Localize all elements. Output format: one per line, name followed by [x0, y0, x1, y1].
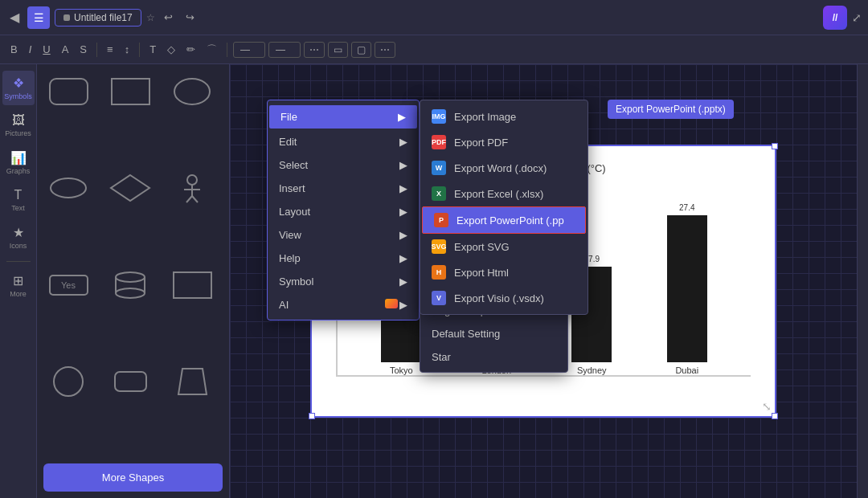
export-svg[interactable]: SVG Export SVG [420, 234, 588, 259]
export-svg-label: Export SVG [454, 241, 510, 253]
shape-rounded-rect[interactable] [43, 71, 93, 112]
back-button[interactable]: ◀ [6, 6, 23, 28]
sidebar-item-graphs[interactable]: 📊 Graphs [2, 145, 35, 180]
graphs-label: Graphs [6, 167, 31, 175]
export-pdf-label: Export PDF [454, 137, 508, 149]
shape-yes-box[interactable]: Yes [43, 264, 93, 306]
submenu-default-label: Default Setting [432, 328, 500, 340]
undo-button[interactable]: ↩ [160, 9, 177, 26]
menu-symbol[interactable]: Symbol ▶ [268, 270, 419, 293]
symbols-icon: ❖ [13, 76, 24, 91]
svg-rect-16 [174, 272, 211, 298]
shape-circle[interactable] [167, 71, 217, 112]
export-image[interactable]: IMG Export Image [420, 104, 588, 129]
shape-person[interactable] [167, 167, 217, 209]
star-button[interactable]: ☆ [146, 12, 155, 23]
export-image-label: Export Image [454, 111, 516, 123]
font-button[interactable]: A [58, 42, 73, 57]
menu-ai-badge: ▶ [385, 299, 407, 311]
redo-button[interactable]: ↪ [182, 9, 199, 26]
text-icon: T [14, 188, 23, 202]
export-html-label: Export Html [454, 267, 509, 279]
rect-style[interactable]: ▭ [328, 42, 348, 58]
export-ppt-label: Export PowerPoint (.pp [457, 214, 564, 227]
menu-insert[interactable]: Insert ▶ [268, 177, 419, 200]
card-style[interactable]: ▢ [351, 42, 371, 58]
strike-button[interactable]: S [76, 42, 91, 57]
more-shapes-button[interactable]: More Shapes [43, 463, 223, 492]
bold-button[interactable]: B [6, 42, 22, 57]
sidebar-item-symbols[interactable]: ❖ Symbols [2, 71, 35, 105]
menu-view-label: View [279, 229, 301, 241]
pen-tool[interactable]: ✏ [182, 42, 199, 57]
sidebar-item-text[interactable]: T Text [2, 183, 35, 217]
menu-layout-label: Layout [279, 206, 310, 218]
shape-cylinder[interactable] [105, 264, 155, 306]
pictures-label: Pictures [5, 129, 31, 137]
submenu-default[interactable]: Default Setting [420, 322, 567, 345]
avatar: // [823, 6, 847, 30]
underline-button[interactable]: U [39, 42, 54, 57]
export-html[interactable]: H Export Html [420, 259, 588, 285]
symbols-label: Symbols [4, 92, 32, 100]
align-button[interactable]: ≡ [103, 42, 117, 57]
format-bar: B I U A S ≡ ↕ T ◇ ✏ ⌒ — — ⋯ ▭ ▢ ⋯ [0, 35, 868, 64]
svg-line-8 [186, 196, 192, 202]
shape-diamond[interactable] [105, 167, 155, 209]
submenu-star-label: Star [432, 351, 451, 363]
export-excel-icon: X [432, 186, 446, 201]
italic-button[interactable]: I [25, 42, 36, 57]
export-pdf[interactable]: PDF Export PDF [420, 129, 588, 155]
shape-ellipse[interactable] [43, 167, 93, 209]
shape-small-circle[interactable] [43, 361, 93, 402]
menu-ai-label: AI [279, 299, 289, 311]
export-pdf-icon: PDF [432, 135, 446, 149]
export-excel[interactable]: X Export Excel (.xlsx) [420, 181, 588, 206]
export-visio[interactable]: V Export Visio (.vsdx) [420, 285, 588, 311]
svg-text:Yes: Yes [61, 280, 76, 290]
icons-label: Icons [10, 242, 27, 250]
svg-rect-0 [50, 79, 88, 104]
export-word[interactable]: W Export Word (.docx) [420, 155, 588, 181]
line-style-1[interactable]: — [233, 42, 265, 58]
sidebar-item-pictures[interactable]: 🖼 Pictures [2, 108, 35, 142]
menu-view[interactable]: View ▶ [268, 223, 419, 247]
menu-layout[interactable]: Layout ▶ [268, 200, 419, 223]
svg-line-9 [192, 196, 198, 202]
shapes-grid: Yes [37, 64, 229, 457]
menu-ai[interactable]: AI ▶ [268, 293, 419, 316]
file-tab[interactable]: Untitled file17 [55, 9, 141, 27]
primary-menu: File ▶ Edit ▶ Select ▶ Insert ▶ Layout [267, 100, 420, 320]
shape-rect[interactable] [105, 71, 155, 112]
svg-point-2 [174, 79, 210, 104]
expand-button[interactable]: ⤢ [852, 11, 862, 24]
export-word-icon: W [432, 161, 446, 175]
menu-file-arrow: ▶ [398, 111, 406, 123]
export-excel-label: Export Excel (.xlsx) [454, 188, 543, 200]
menu-help[interactable]: Help ▶ [268, 247, 419, 270]
canvas-area[interactable]: Avg Monthly Temp (°C) 30 Tokyo 10 London [230, 64, 857, 498]
shape-trapezoid[interactable] [167, 361, 217, 402]
text-tool[interactable]: T [145, 42, 160, 57]
shape-tool[interactable]: ◇ [163, 42, 179, 57]
sidebar-item-more[interactable]: ⊞ More [2, 268, 35, 303]
menu-view-arrow: ▶ [399, 229, 407, 241]
more-style[interactable]: ⋯ [375, 42, 395, 58]
menu-edit-arrow: ▶ [399, 136, 407, 148]
svg-point-12 [116, 272, 145, 282]
menu-button[interactable]: ☰ [27, 6, 50, 29]
line-style-2[interactable]: — [268, 42, 301, 58]
menu-edit[interactable]: Edit ▶ [268, 130, 419, 153]
menu-select-arrow: ▶ [399, 159, 407, 171]
sidebar-item-icons[interactable]: ★ Icons [2, 220, 35, 255]
line-spacing-button[interactable]: ↕ [121, 42, 134, 57]
dots-style[interactable]: ⋯ [304, 42, 325, 58]
menu-overlay: File ▶ Edit ▶ Select ▶ Insert ▶ Layout [230, 64, 857, 498]
menu-select[interactable]: Select ▶ [268, 153, 419, 177]
export-ppt[interactable]: P Export PowerPoint (.pp [422, 206, 586, 234]
shape-rounded-rect2[interactable] [105, 361, 155, 402]
menu-file[interactable]: File ▶ [269, 105, 417, 129]
shape-rect2[interactable] [167, 264, 217, 306]
submenu-star[interactable]: Star [420, 345, 567, 369]
connector-tool[interactable]: ⌒ [203, 41, 221, 59]
